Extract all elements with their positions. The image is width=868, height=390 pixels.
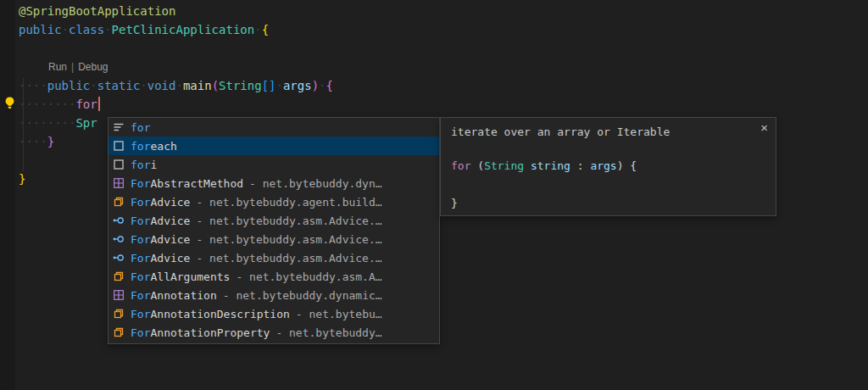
suggestion-label-match: For <box>131 326 150 339</box>
codelens-separator: | <box>71 61 74 73</box>
suggestion-label-match: For <box>131 214 150 227</box>
suggestion-item[interactable]: foreach <box>108 136 439 155</box>
code-token: · <box>254 23 261 36</box>
code-token: @SpringBootApplication <box>19 4 175 18</box>
suggestion-label-match: for <box>131 140 150 153</box>
code-token: for <box>451 159 470 172</box>
codelens-run-link[interactable]: Run <box>48 61 67 73</box>
editor-gutter <box>0 0 15 390</box>
suggestion-item[interactable]: ForAnnotation- net.bytebuddy.dynamic… <box>108 286 439 304</box>
symbol-class-icon <box>112 270 125 283</box>
suggestion-label: Advice <box>150 196 190 209</box>
code-token: · <box>90 79 97 92</box>
code-token: · <box>276 79 283 92</box>
suggestion-label-match: For <box>131 177 150 190</box>
code-token: ········ <box>19 98 75 111</box>
docs-summary: iterate over an array or Iterable <box>451 125 670 138</box>
code-line: @SpringBootApplication <box>19 2 175 20</box>
suggestion-item[interactable]: ForAllArguments- net.bytebuddy.asm.A… <box>108 267 439 286</box>
suggestion-label: Advice <box>150 233 190 246</box>
suggestion-item[interactable]: ForAdvice- net.bytebuddy.asm.Advice.… <box>108 211 439 230</box>
close-icon[interactable]: × <box>760 120 768 135</box>
text-cursor <box>98 97 100 111</box>
code-line: ····} <box>19 132 54 151</box>
code-token: ········ <box>19 116 75 130</box>
suggestion-item[interactable]: ForAbstractMethod- net.bytebuddy.dyn… <box>108 174 439 192</box>
code-token: { <box>326 79 333 92</box>
suggestion-label-match: For <box>131 308 150 320</box>
suggestion-detail: - net.bytebuddy.dynamic… <box>223 289 382 302</box>
suggestion-detail: - net.bytebuddy.asm.Advice.… <box>196 214 381 227</box>
suggestion-label-match: For <box>131 233 150 246</box>
suggest-widget: forforeachforiForAbstractMethod- net.byt… <box>108 117 440 344</box>
suggestion-detail: - net.bytebuddy.asm.Advice.… <box>196 252 381 265</box>
suggestion-label: AnnotationDescription <box>150 308 289 320</box>
suggestion-item[interactable]: ForAdvice- net.bytebuddy.asm.Advice.… <box>108 248 439 267</box>
code-token: String <box>219 79 262 92</box>
code-token: ···· <box>19 79 47 92</box>
suggestion-label: Advice <box>150 252 190 265</box>
suggestion-item[interactable]: for <box>108 118 439 136</box>
suggestion-label-match: For <box>131 196 150 209</box>
code-token: ( <box>212 79 219 92</box>
code-token <box>524 159 531 172</box>
code-token: : <box>570 159 590 172</box>
symbol-structure-icon <box>112 176 125 190</box>
code-token: · <box>140 79 147 92</box>
code-line: ····public·static·void·main(String[]·arg… <box>19 76 333 95</box>
code-token: ) <box>312 79 319 92</box>
suggestion-detail: - net.bytebuddy.agent.build… <box>196 196 381 209</box>
suggestion-detail: - net.bytebuddy.asm.A… <box>236 270 381 283</box>
suggestion-detail: - net.bytebuddy.asm.Advice.… <box>196 233 381 246</box>
code-line: } <box>19 170 25 188</box>
suggestion-label-match: For <box>131 270 150 283</box>
codelens: Run|Debug <box>48 59 108 75</box>
code-token: · <box>175 79 182 92</box>
code-token: public <box>19 23 62 36</box>
symbol-keyword-icon <box>112 120 125 134</box>
code-token: for <box>75 98 97 111</box>
editor-screen: @SpringBootApplicationpublic·class·PetCl… <box>0 0 868 390</box>
code-token: main <box>183 79 212 92</box>
code-token: static <box>97 79 141 92</box>
code-token: · <box>104 23 111 36</box>
suggestion-detail: - net.bytebuddy… <box>275 326 381 339</box>
code-token: · <box>319 79 326 92</box>
code-token: ···· <box>19 135 47 148</box>
suggestion-label: AbstractMethod <box>150 177 243 190</box>
code-line: ········for <box>19 95 100 114</box>
lightbulb-icon[interactable] <box>3 96 17 110</box>
code-line: ········Spr <box>19 114 97 132</box>
code-token: string <box>531 159 570 172</box>
suggestion-label: Annotation <box>150 289 216 302</box>
suggestion-label: AllArguments <box>150 270 230 283</box>
code-token: } <box>19 172 25 186</box>
symbol-structure-icon <box>112 288 125 302</box>
code-token: } <box>47 135 54 148</box>
suggestion-item[interactable]: fori <box>108 155 439 174</box>
suggestion-label: Advice <box>150 214 190 227</box>
docs-code-line: } <box>451 194 458 213</box>
suggestion-label: AnnotationProperty <box>150 326 270 339</box>
symbol-class-icon <box>112 326 125 339</box>
suggestion-detail: - net.bytebuddy.dyn… <box>249 177 382 190</box>
code-token: String <box>484 159 524 172</box>
codelens-debug-link[interactable]: Debug <box>78 61 108 73</box>
docs-code-line: for (String string : args) { <box>451 157 637 176</box>
suggestion-item[interactable]: ForAdvice- net.bytebuddy.asm.Advice.… <box>108 230 439 248</box>
symbol-interface-icon <box>112 214 125 227</box>
suggestion-item[interactable]: ForAnnotationDescription- net.bytebu… <box>108 304 439 323</box>
code-token: class <box>69 23 104 36</box>
suggest-list: forforeachforiForAbstractMethod- net.byt… <box>108 118 439 342</box>
suggestion-item[interactable]: ForAdvice- net.bytebuddy.agent.build… <box>108 192 439 211</box>
symbol-class-icon <box>112 307 125 320</box>
code-token: Spr <box>75 116 97 130</box>
suggestion-label-match: For <box>131 289 150 302</box>
suggestion-item[interactable]: ForAnnotationProperty- net.bytebuddy… <box>108 323 439 342</box>
symbol-class-icon <box>112 195 125 209</box>
code-token: · <box>62 23 69 36</box>
code-token: PetClinicApplication <box>112 23 255 36</box>
symbol-snippet-icon <box>112 158 125 171</box>
code-token: ( <box>470 159 484 172</box>
code-line: public·class·PetClinicApplication·{ <box>19 20 269 39</box>
